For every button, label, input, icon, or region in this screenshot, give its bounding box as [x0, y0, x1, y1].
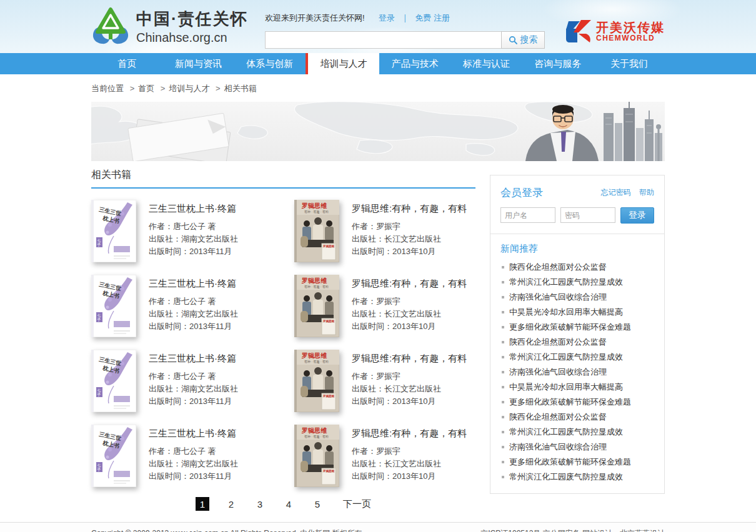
username-input[interactable]	[500, 207, 555, 223]
bullet-icon	[502, 476, 504, 478]
svg-text:罗辑思维: 罗辑思维	[301, 277, 327, 284]
book-entry[interactable]: 三生三世 枕上书 七子 罗辑思维	[294, 425, 475, 487]
next-page-link[interactable]: 下一页	[343, 498, 371, 510]
page-number[interactable]: 1	[196, 497, 209, 511]
news-item-label: 更多细化政策破解节能环保金难题	[509, 320, 631, 335]
bullet-icon	[502, 461, 504, 463]
book-publisher: 出版社：长江文艺出版社	[352, 458, 467, 470]
nav-item[interactable]: 新闻与资讯	[162, 53, 234, 74]
book-publish-date: 出版时间：2013年10月	[352, 395, 467, 408]
book-title[interactable]: 罗辑思维:有种，有趣，有料	[352, 278, 467, 290]
register-link[interactable]: 免费 注册	[415, 12, 450, 24]
chemworld-logo-icon	[565, 20, 591, 44]
nav-item-label: 体系与创新	[246, 58, 293, 70]
news-item-label: 常州滨江化工园废气防控显成效	[509, 470, 623, 485]
breadcrumb-separator: >	[130, 84, 135, 93]
news-item[interactable]: 中昊晨光冷却水回用率大幅提高	[500, 380, 654, 395]
search-input[interactable]	[265, 31, 501, 49]
book-cover-image: 三生三世 枕上书 七子 罗辑思维	[294, 350, 339, 412]
news-item[interactable]: 陕西化企坦然面对公众监督	[500, 335, 654, 350]
breadcrumb-link[interactable]: 培训与人才	[169, 84, 209, 93]
news-item-label: 中昊晨光冷却水回用率大幅提高	[509, 380, 623, 395]
book-cover-image: 三生三世 枕上书 七子 罗辑思维	[91, 275, 136, 337]
login-button[interactable]: 登录	[620, 207, 654, 224]
svg-text:罗辑思维: 罗辑思维	[322, 469, 335, 473]
forgot-password-link[interactable]: 忘记密码	[601, 188, 631, 197]
login-link[interactable]: 登录	[379, 12, 395, 24]
svg-text:七: 七	[97, 239, 101, 242]
svg-text:子: 子	[97, 467, 101, 472]
page-number[interactable]: 5	[311, 497, 324, 511]
chemworld-logo: 开美沃传媒 CHEMWORLD	[565, 20, 665, 44]
help-link[interactable]: 帮助	[639, 188, 654, 197]
book-entry[interactable]: 三生三世 枕上书 七子 罗辑思维	[91, 200, 294, 262]
news-item[interactable]: 常州滨江化工园废气防控显成效	[500, 470, 654, 485]
news-item[interactable]: 陕西化企坦然面对公众监督	[500, 260, 654, 275]
search-button[interactable]: 搜索	[501, 31, 545, 49]
nav-item[interactable]: 关于我们	[594, 53, 665, 74]
news-item-label: 更多细化政策破解节能环保金难题	[509, 455, 631, 470]
breadcrumb-link[interactable]: 相关书籍	[224, 84, 257, 93]
news-item[interactable]: 常州滨江化工园废气防控显成效	[500, 350, 654, 365]
search-icon	[509, 36, 517, 44]
book-title[interactable]: 三生三世枕上书·终篇	[149, 428, 238, 440]
page-number[interactable]: 2	[224, 497, 238, 511]
book-list: 三生三世 枕上书 七子 罗辑思维	[91, 200, 475, 487]
password-input[interactable]	[560, 207, 615, 223]
book-title[interactable]: 三生三世枕上书·终篇	[149, 353, 238, 365]
section-title: 相关书籍	[91, 169, 131, 180]
book-entry[interactable]: 三生三世 枕上书 七子 罗辑思维	[91, 275, 294, 337]
bullet-icon	[502, 341, 504, 343]
news-item-label: 陕西化企坦然面对公众监督	[509, 335, 607, 350]
search-button-label: 搜索	[520, 34, 538, 46]
nav-item[interactable]: 咨询与服务	[522, 53, 594, 74]
nav-item-label: 关于我们	[610, 58, 648, 70]
book-publish-date: 出版时间：2013年10月	[352, 320, 467, 333]
book-publish-date: 出版时间：2013年10月	[352, 470, 467, 483]
book-cover-image: 三生三世 枕上书 七子 罗辑思维	[294, 200, 339, 262]
news-item[interactable]: 中昊晨光冷却水回用率大幅提高	[500, 305, 654, 320]
pagination: 1 2 3 4 5 下一页	[91, 497, 475, 511]
svg-text:有种 · 有趣 · 有料: 有种 · 有趣 · 有料	[304, 285, 329, 289]
book-author: 作者：罗振宇	[352, 220, 467, 233]
icp-text: 京ICP证100512号 京公网安备 网站设计：北京蓝蓝设计	[480, 528, 665, 532]
news-item[interactable]: 更多细化政策破解节能环保金难题	[500, 320, 654, 335]
news-item[interactable]: 更多细化政策破解节能环保金难题	[500, 455, 654, 470]
book-publisher: 出版社：湖南文艺出版社	[149, 308, 238, 320]
book-title[interactable]: 罗辑思维:有种，有趣，有料	[352, 428, 467, 440]
book-publish-date: 出版时间：2013年11月	[149, 245, 238, 258]
nav-item[interactable]: 培训与人才	[306, 53, 379, 74]
news-item-label: 常州滨江化工园废气防控显成效	[509, 425, 623, 440]
book-entry[interactable]: 三生三世 枕上书 七子 罗辑思维	[294, 275, 475, 337]
book-cover-image: 三生三世 枕上书 七子 罗辑思维	[91, 350, 136, 412]
page-number[interactable]: 3	[253, 497, 267, 511]
news-item[interactable]: 更多细化政策破解节能环保金难题	[500, 395, 654, 410]
svg-text:子: 子	[97, 242, 101, 247]
book-title[interactable]: 罗辑思维:有种，有趣，有料	[352, 203, 467, 215]
book-title[interactable]: 罗辑思维:有种，有趣，有料	[352, 353, 467, 365]
news-item[interactable]: 常州滨江化工园废气防控显成效	[500, 275, 654, 290]
news-item-label: 陕西化企坦然面对公众监督	[509, 410, 607, 425]
news-section-title: 新闻推荐	[500, 243, 654, 255]
news-item[interactable]: 济南强化油气回收综合治理	[500, 365, 654, 380]
news-item[interactable]: 济南强化油气回收综合治理	[500, 440, 654, 455]
nav-item[interactable]: 标准与认证	[450, 53, 522, 74]
bullet-icon	[502, 311, 504, 313]
nav-item[interactable]: 产品与技术	[379, 53, 450, 74]
book-title[interactable]: 三生三世枕上书·终篇	[149, 278, 238, 290]
news-item[interactable]: 常州滨江化工园废气防控显成效	[500, 425, 654, 440]
site-footer: Copyright © 2009-2013 www.ccin.com.cn Al…	[0, 522, 756, 532]
svg-text:罗辑思维: 罗辑思维	[322, 394, 335, 398]
book-entry[interactable]: 三生三世 枕上书 七子 罗辑思维	[91, 350, 294, 412]
bullet-icon	[502, 266, 504, 268]
book-entry[interactable]: 三生三世 枕上书 七子 罗辑思维	[91, 425, 294, 487]
breadcrumb-link[interactable]: 首页	[138, 84, 154, 93]
book-entry[interactable]: 三生三世 枕上书 七子 罗辑思维	[294, 350, 475, 412]
news-item[interactable]: 陕西化企坦然面对公众监督	[500, 410, 654, 425]
book-title[interactable]: 三生三世枕上书·终篇	[149, 203, 238, 215]
news-item[interactable]: 济南强化油气回收综合治理	[500, 290, 654, 305]
page-number[interactable]: 4	[282, 497, 296, 511]
nav-item[interactable]: 首页	[91, 53, 162, 74]
nav-item[interactable]: 体系与创新	[234, 53, 306, 74]
book-entry[interactable]: 三生三世 枕上书 七子 罗辑思维	[294, 200, 475, 262]
